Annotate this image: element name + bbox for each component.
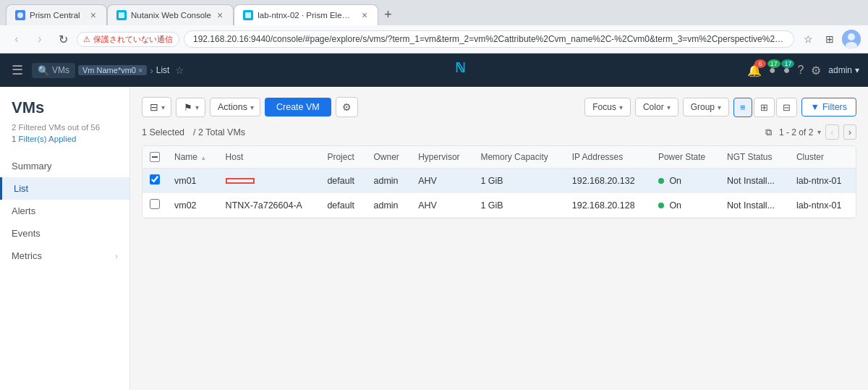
- view-detail-button[interactable]: ⊟: [776, 98, 797, 117]
- row-vm02-checkbox[interactable]: [150, 199, 160, 209]
- search-tag-label: VMs: [52, 65, 69, 75]
- sidebar-item-events-label: Events: [12, 228, 41, 239]
- notification-badge: 6: [754, 59, 766, 68]
- col-hypervisor: Hypervisor: [411, 146, 473, 169]
- col-host-label: Host: [226, 152, 244, 162]
- col-ngt-label: NGT Status: [727, 152, 772, 162]
- address-bar: ‹ › ↻ ⚠ 保護されていない通信 192.168.20.16:9440/co…: [0, 25, 868, 54]
- vm-table: Name ▴ Host Project Owner: [142, 146, 856, 218]
- back-button[interactable]: ‹: [7, 30, 26, 48]
- sidebar-item-alerts[interactable]: Alerts: [0, 200, 129, 222]
- selection-bar: 1 Selected / 2 Total VMs ⧉ 1 - 2 of 2 ▾ …: [142, 124, 856, 140]
- col-power: Power State: [651, 146, 720, 169]
- sidebar-item-metrics[interactable]: Metrics ›: [0, 245, 129, 267]
- row-vm01-hypervisor: AHV: [411, 169, 473, 193]
- create-vm-button[interactable]: Create VM: [265, 98, 331, 116]
- col-name[interactable]: Name ▴: [167, 146, 218, 169]
- col-checkbox: [142, 146, 167, 169]
- tab-web-console-close[interactable]: ×: [216, 10, 224, 20]
- main-content: ⊟ ▾ ⚑ ▾ Actions ▾ Create VM: [130, 87, 868, 390]
- row-vm01-checkbox[interactable]: [150, 174, 160, 185]
- row-vm02-project: default: [320, 193, 366, 218]
- select-chevron: ▾: [161, 103, 165, 111]
- sidebar-item-list[interactable]: List: [0, 177, 129, 200]
- focus-button[interactable]: Focus ▾: [584, 98, 631, 116]
- view-list-button[interactable]: ≡: [733, 98, 752, 117]
- view-grid-button[interactable]: ⊞: [754, 98, 775, 117]
- filter-icon: ▼: [811, 102, 820, 112]
- user-info[interactable]: admin ▾: [828, 65, 859, 75]
- tab-lab-ntnx-label: lab-ntnx-02 · Prism Element: [258, 11, 356, 20]
- select-button[interactable]: ⊟ ▾: [142, 97, 171, 117]
- col-owner: Owner: [367, 146, 412, 169]
- view-detail-icon: ⊟: [783, 102, 791, 113]
- user-chevron: ▾: [855, 65, 859, 75]
- row-vm01-power-dot: [658, 178, 664, 184]
- col-ngt: NGT Status: [720, 146, 789, 169]
- total-label: / 2 Total VMs: [193, 127, 245, 137]
- svg-rect-2: [245, 12, 251, 18]
- sidebar-item-summary[interactable]: Summary: [0, 155, 129, 177]
- filter-chip-close[interactable]: ×: [138, 66, 142, 75]
- row-vm02-hypervisor: AHV: [411, 193, 473, 218]
- filter-chip[interactable]: Vm Name*vm0 ×: [78, 65, 147, 75]
- col-memory-label: Memory Capacity: [480, 152, 548, 162]
- row-vm01-ip: 192.168.20.132: [565, 169, 651, 193]
- actions-label: Actions: [218, 102, 247, 112]
- tab-web-console[interactable]: Nutanix Web Console ×: [107, 4, 234, 25]
- pagination: ⧉ 1 - 2 of 2 ▾ ‹ ›: [765, 124, 856, 140]
- tab-lab-ntnx-close[interactable]: ×: [360, 10, 369, 20]
- filters-button[interactable]: ▼ Filters: [801, 98, 856, 116]
- table-row[interactable]: vm01 default admin AHV 1 GiB 192.168.20.…: [142, 169, 856, 193]
- actions-button[interactable]: Actions ▾: [210, 98, 260, 116]
- col-host: Host: [218, 146, 320, 169]
- page-range-chevron[interactable]: ▾: [817, 128, 821, 136]
- col-memory: Memory Capacity: [473, 146, 564, 169]
- user-avatar[interactable]: [842, 30, 861, 48]
- view-list-icon: ≡: [740, 102, 746, 113]
- tab-prism-central[interactable]: Prism Central ×: [6, 4, 107, 25]
- tab-lab-ntnx[interactable]: lab-ntnx-02 · Prism Element ×: [234, 4, 378, 25]
- select-all-checkbox[interactable]: [150, 152, 160, 162]
- extensions-button[interactable]: ⊞: [820, 30, 839, 48]
- sidebar-filter-applied[interactable]: 1 Filter(s) Applied: [0, 135, 129, 155]
- hamburger-menu[interactable]: ☰: [9, 59, 26, 81]
- table-header-row: Name ▴ Host Project Owner: [142, 146, 856, 169]
- row-vm01-name: vm01: [167, 169, 218, 193]
- reload-button[interactable]: ↻: [54, 30, 72, 48]
- table-row[interactable]: vm02 NTNX-7a726604-A default admin AHV 1…: [142, 193, 856, 218]
- group-button[interactable]: Group ▾: [683, 98, 729, 116]
- bookmarks-button[interactable]: ☆: [799, 30, 817, 48]
- search-tag[interactable]: 🔍 VMs: [32, 63, 75, 78]
- row-vm02-ip: 192.168.20.128: [565, 193, 651, 218]
- tab-prism-central-close[interactable]: ×: [89, 10, 98, 20]
- view-controls: ≡ ⊞ ⊟: [733, 98, 797, 117]
- row-vm02-power-dot: [658, 203, 664, 208]
- bookmark-icon[interactable]: ☆: [175, 64, 184, 76]
- tab-prism-central-label: Prism Central: [30, 11, 85, 20]
- selection-info: 1 Selected / 2 Total VMs: [142, 127, 245, 137]
- view-button[interactable]: ⚑ ▾: [176, 98, 205, 117]
- url-bar[interactable]: 192.168.20.16:9440/console/#page/explore…: [184, 30, 794, 48]
- color-label: Color: [643, 102, 664, 112]
- online-indicator-container: ● 17: [769, 64, 776, 77]
- row-vm01-project: default: [320, 169, 366, 193]
- help-button[interactable]: ?: [797, 64, 804, 77]
- color-button[interactable]: Color ▾: [635, 98, 678, 116]
- next-page-button[interactable]: ›: [843, 124, 856, 140]
- prev-page-button[interactable]: ‹: [825, 124, 838, 140]
- sidebar-item-summary-label: Summary: [12, 161, 52, 171]
- sidebar-item-events[interactable]: Events: [0, 222, 129, 245]
- settings-icon[interactable]: ⚙: [811, 64, 821, 77]
- external-link-icon[interactable]: ⧉: [765, 127, 772, 138]
- view-icon: ⚑: [184, 102, 192, 113]
- settings-button[interactable]: ⚙: [336, 97, 358, 117]
- col-power-label: Power State: [658, 152, 705, 162]
- row-vm02-checkbox-cell: [142, 193, 167, 218]
- new-tab-button[interactable]: +: [378, 4, 398, 25]
- app-wrapper: ☰ 🔍 VMs Vm Name*vm0 × › List ☆ ℕ: [0, 54, 868, 390]
- forward-button[interactable]: ›: [30, 30, 49, 48]
- sidebar: VMs 2 Filtered VMs out of 56 1 Filter(s)…: [0, 87, 130, 390]
- online-badge: 17: [767, 59, 780, 68]
- toolbar: ⊟ ▾ ⚑ ▾ Actions ▾ Create VM: [142, 97, 856, 117]
